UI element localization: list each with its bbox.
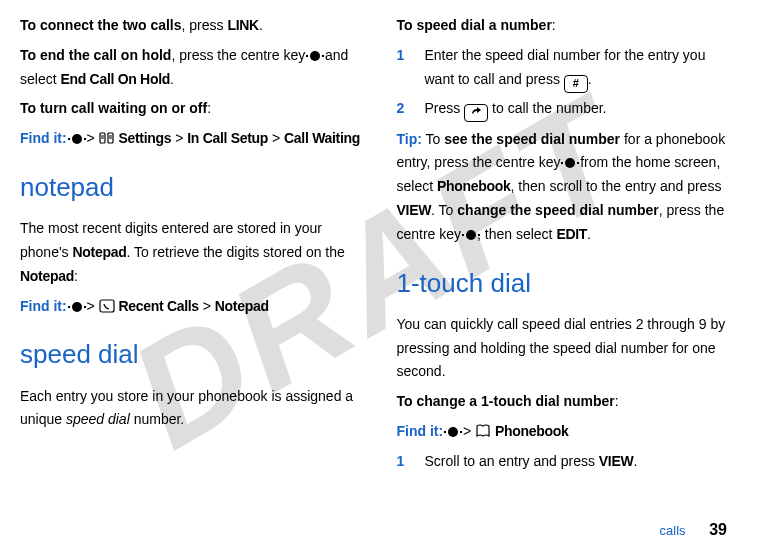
- heading-notepad: notepad: [20, 165, 361, 209]
- page-footer: calls 39: [660, 521, 727, 539]
- text: .: [170, 71, 174, 87]
- para-connect-calls: To connect the two calls, press LINK.: [20, 14, 361, 38]
- right-column: To speed dial a number: 1 Enter the spee…: [397, 8, 738, 478]
- step-number: 1: [397, 450, 415, 474]
- text: Scroll to an entry and press: [425, 453, 599, 469]
- para-speed-dial-number: To speed dial a number:: [397, 14, 738, 38]
- find-it-label: Find it:: [20, 130, 67, 146]
- text: .: [588, 71, 592, 87]
- para-call-waiting-toggle: To turn call waiting on or off:: [20, 97, 361, 121]
- text: .: [259, 17, 263, 33]
- menu-notepad: Notepad: [20, 268, 74, 284]
- footer-section-label: calls: [660, 523, 686, 538]
- text-bold: To change a 1-touch dial number: [397, 393, 615, 409]
- menu-notepad: Notepad: [215, 298, 269, 314]
- text-bold: To connect the two calls: [20, 17, 182, 33]
- text: . To: [431, 202, 457, 218]
- menu-call-waiting: Call Waiting: [284, 130, 360, 146]
- text: , then scroll to the entry and press: [511, 178, 722, 194]
- text: :: [615, 393, 619, 409]
- step-text: Press to call the number.: [425, 97, 738, 122]
- menu-notepad: Notepad: [73, 244, 127, 260]
- para-1touch-desc: You can quickly call speed dial entries …: [397, 313, 738, 384]
- find-it-label: Find it:: [20, 298, 67, 314]
- send-key-icon: [464, 104, 488, 122]
- recent-calls-icon: [99, 299, 115, 313]
- find-it-notepad: Find it: > Recent Calls > Notepad: [20, 295, 361, 319]
- find-it-call-waiting: Find it: > Settings > In Call Setup > Ca…: [20, 127, 361, 151]
- gt: >: [86, 130, 94, 146]
- text: :: [74, 268, 78, 284]
- gt: >: [175, 130, 183, 146]
- gt: >: [272, 130, 280, 146]
- gt: >: [203, 298, 211, 314]
- menu-in-call-setup: In Call Setup: [187, 130, 268, 146]
- menu-end-call-on-hold: End Call On Hold: [60, 71, 170, 87]
- find-it-phonebook: Find it: > Phonebook: [397, 420, 738, 444]
- step-text: Enter the speed dial number for the entr…: [425, 44, 738, 93]
- menu-phonebook: Phonebook: [437, 178, 511, 194]
- softkey-edit: EDIT: [556, 226, 587, 242]
- para-tip: Tip: To see the speed dial number for a …: [397, 128, 738, 247]
- find-it-label: Find it:: [397, 423, 444, 439]
- left-column: To connect the two calls, press LINK. To…: [20, 8, 361, 478]
- heading-speed-dial: speed dial: [20, 332, 361, 376]
- step-text: Scroll to an entry and press VIEW.: [425, 450, 738, 474]
- phonebook-icon: [475, 424, 491, 438]
- text: .: [587, 226, 591, 242]
- step-1b: 1 Scroll to an entry and press VIEW.: [397, 450, 738, 474]
- text: number.: [130, 411, 184, 427]
- hash-key-icon: #: [564, 75, 588, 93]
- centre-key-icon: [565, 158, 575, 168]
- text-bold: To end the call on hold: [20, 47, 171, 63]
- text-bold: To speed dial a number: [397, 17, 552, 33]
- softkey-view: VIEW: [397, 202, 432, 218]
- softkey-view: VIEW: [599, 453, 634, 469]
- heading-1-touch-dial: 1-touch dial: [397, 261, 738, 305]
- para-speed-dial-desc: Each entry you store in your phonebook i…: [20, 385, 361, 433]
- text: :: [207, 100, 211, 116]
- text-italic: speed dial: [66, 411, 130, 427]
- text: To: [422, 131, 444, 147]
- para-change-1touch: To change a 1-touch dial number:: [397, 390, 738, 414]
- text: . To retrieve the digits stored on the: [126, 244, 344, 260]
- text: , press: [182, 17, 228, 33]
- gt: >: [463, 423, 471, 439]
- para-end-hold: To end the call on hold, press the centr…: [20, 44, 361, 92]
- softkey-link: LINK: [227, 17, 258, 33]
- step-number: 1: [397, 44, 415, 93]
- menu-recent-calls: Recent Calls: [118, 298, 198, 314]
- text: Press: [425, 100, 465, 116]
- svg-rect-6: [100, 300, 114, 312]
- text-bold: see the speed dial number: [444, 131, 620, 147]
- para-notepad-desc: The most recent digits entered are store…: [20, 217, 361, 288]
- text: to call the number.: [488, 100, 606, 116]
- step-2: 2 Press to call the number.: [397, 97, 738, 122]
- centre-key-icon: [466, 230, 476, 240]
- text: .: [633, 453, 637, 469]
- centre-key-icon: [72, 134, 82, 144]
- settings-icon: [99, 131, 115, 145]
- centre-key-icon: [310, 51, 320, 61]
- gt: >: [86, 298, 94, 314]
- menu-settings: Settings: [118, 130, 171, 146]
- menu-phonebook: Phonebook: [495, 423, 569, 439]
- footer-page-number: 39: [709, 521, 727, 538]
- centre-key-icon: [448, 427, 458, 437]
- text-bold: To turn call waiting on or off: [20, 100, 207, 116]
- text: :: [552, 17, 556, 33]
- page-columns: To connect the two calls, press LINK. To…: [0, 0, 757, 478]
- text: , then select: [477, 226, 556, 242]
- step-1: 1 Enter the speed dial number for the en…: [397, 44, 738, 93]
- tip-label: Tip:: [397, 131, 422, 147]
- step-number: 2: [397, 97, 415, 122]
- centre-key-icon: [72, 302, 82, 312]
- text: , press the centre key: [171, 47, 309, 63]
- text-bold: change the speed dial number: [457, 202, 659, 218]
